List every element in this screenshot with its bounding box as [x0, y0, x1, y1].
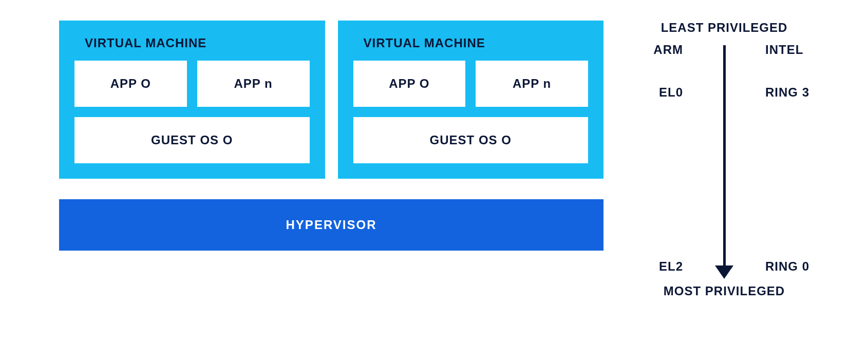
app-row: APP O APP n	[74, 61, 310, 107]
arm-level-bottom: EL2	[616, 259, 683, 274]
vm-title: VIRTUAL MACHINE	[353, 36, 589, 50]
privilege-arrow	[715, 45, 733, 279]
arrow-line-icon	[723, 45, 726, 265]
app-box-n: APP n	[476, 61, 588, 107]
intel-heading: INTEL	[765, 43, 832, 57]
intel-column: INTEL RING 3 RING 0	[755, 35, 832, 279]
intel-level-bottom: RING 0	[765, 259, 832, 274]
virtualization-stack: VIRTUAL MACHINE APP O APP n GUEST OS O V…	[59, 21, 603, 251]
least-privileged-label: LEAST PRIVILEGED	[616, 21, 832, 35]
arm-heading: ARM	[616, 43, 683, 57]
app-box-0: APP O	[74, 61, 187, 107]
app-box-n: APP n	[197, 61, 310, 107]
guest-os-box: GUEST OS O	[74, 117, 310, 163]
arm-level-top: EL0	[616, 85, 683, 100]
vm-box-1: VIRTUAL MACHINE APP O APP n GUEST OS O	[338, 21, 604, 179]
privilege-panel: LEAST PRIVILEGED ARM EL0 EL2 INTEL RING …	[616, 21, 832, 308]
vm-row: VIRTUAL MACHINE APP O APP n GUEST OS O V…	[59, 21, 603, 179]
intel-level-top: RING 3	[765, 85, 832, 100]
privilege-columns: ARM EL0 EL2 INTEL RING 3 RING 0	[616, 35, 832, 279]
arrow-down-icon	[715, 265, 733, 279]
app-row: APP O APP n	[353, 61, 589, 107]
arm-column: ARM EL0 EL2	[616, 35, 693, 279]
vm-title: VIRTUAL MACHINE	[74, 36, 310, 50]
vm-box-0: VIRTUAL MACHINE APP O APP n GUEST OS O	[59, 21, 325, 179]
hypervisor-box: HYPERVISOR	[59, 199, 603, 251]
most-privileged-label: MOST PRIVILEGED	[616, 284, 832, 298]
app-box-0: APP O	[353, 61, 466, 107]
guest-os-box: GUEST OS O	[353, 117, 589, 163]
